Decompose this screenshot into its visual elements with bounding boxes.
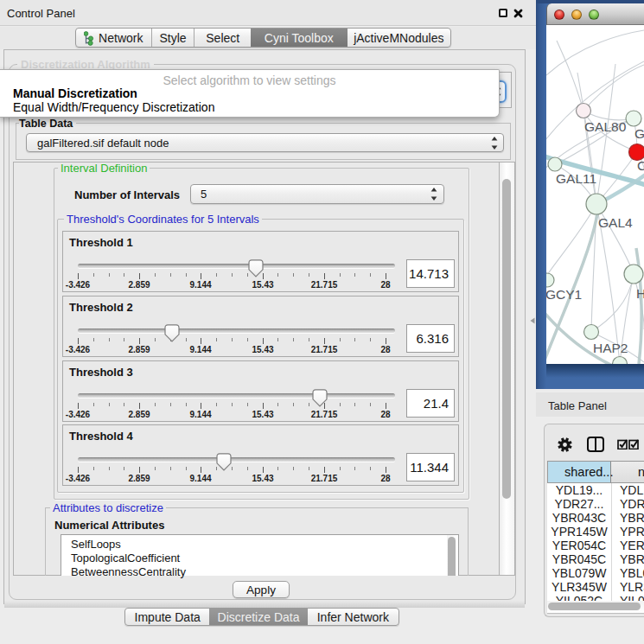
svg-text:GA: GA xyxy=(634,126,644,141)
svg-text:GAL80: GAL80 xyxy=(584,119,627,134)
svg-text:H: H xyxy=(636,286,644,301)
svg-text:GCY1: GCY1 xyxy=(546,287,582,302)
svg-text:C: C xyxy=(637,158,644,173)
svg-text:GAL4: GAL4 xyxy=(598,215,633,230)
svg-text:HAP2: HAP2 xyxy=(593,341,628,355)
svg-text:GAL11: GAL11 xyxy=(556,171,596,186)
